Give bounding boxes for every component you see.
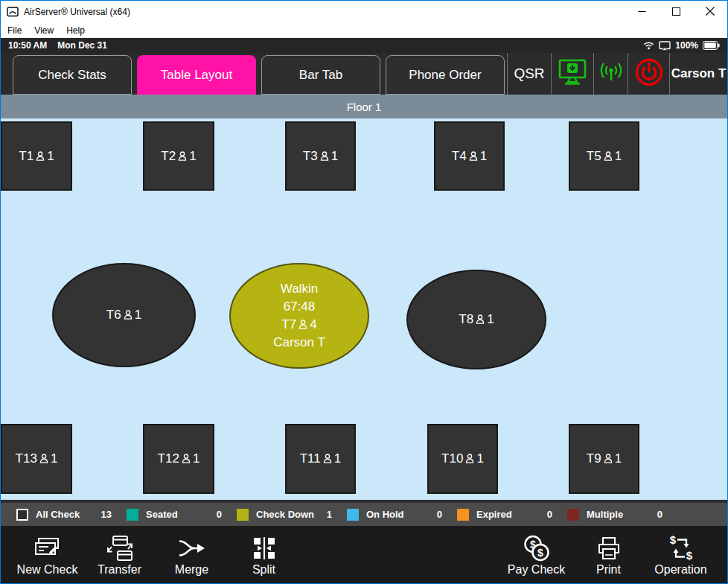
print-button[interactable]: Print	[572, 534, 645, 577]
window-controls	[625, 1, 727, 22]
menu-item-file[interactable]: File	[7, 25, 22, 36]
legend-item-seated: Seated 0	[127, 509, 237, 521]
transfer-button[interactable]: Transfer	[83, 534, 156, 577]
table-id: T10	[441, 450, 463, 468]
table-id: T11	[300, 450, 321, 468]
table-id-line: T74	[281, 316, 316, 334]
table-id-line: T111	[300, 450, 342, 468]
new-check-button[interactable]: New Check	[11, 534, 83, 577]
menu-item-help[interactable]: Help	[66, 25, 85, 36]
floor-selector-bar[interactable]: Floor 1	[1, 95, 727, 118]
toolbar-button-label: New Check	[17, 563, 78, 577]
table-id-line: T51	[587, 147, 622, 165]
toolbar-button-label: Split	[252, 563, 275, 577]
screen-share-button[interactable]	[552, 53, 593, 95]
table-id: T8	[459, 311, 473, 328]
merge-button[interactable]: Merge	[156, 534, 228, 577]
pay-check-button[interactable]: $$ Pay Check	[500, 534, 572, 577]
device-status-bar: 10:50 AM Mon Dec 31 100%	[1, 38, 727, 53]
table-id: T3	[303, 147, 318, 165]
guest-count: 1	[47, 147, 54, 165]
menu-item-view[interactable]: View	[34, 25, 54, 36]
table-t11[interactable]: T111	[285, 424, 356, 494]
operation-button[interactable]: $$ Operation	[645, 534, 717, 577]
tab-phone-order[interactable]: Phone Order	[386, 55, 505, 95]
table-id-line: T131	[16, 450, 58, 468]
legend-count: 0	[547, 509, 552, 520]
table-id: T13	[16, 450, 37, 468]
table-t3[interactable]: T31	[285, 121, 356, 191]
legend-item-expired: Expired 0	[457, 509, 567, 521]
tab-label: Phone Order	[409, 68, 481, 83]
legend-item-check-down: Check Down 1	[237, 509, 347, 521]
table-id-line: T91	[587, 450, 622, 468]
merge-icon	[178, 534, 206, 562]
close-button[interactable]	[693, 1, 727, 22]
person-icon	[475, 314, 485, 325]
minimize-button[interactable]	[625, 1, 659, 22]
title-bar: AirServer® Universal (x64)	[1, 1, 727, 22]
legend-label: On Hold	[366, 509, 404, 520]
split-button[interactable]: Split	[228, 534, 300, 577]
guest-count: 1	[487, 311, 494, 328]
table-t8[interactable]: T81	[406, 270, 546, 369]
table-id: T5	[587, 147, 601, 165]
table-t6[interactable]: T61	[52, 263, 196, 367]
legend-count: 0	[437, 509, 442, 520]
guest-count: 1	[51, 450, 57, 468]
tab-bar-tab[interactable]: Bar Tab	[261, 55, 380, 95]
legend-swatch	[127, 509, 138, 521]
tab-strip: Check StatsTable LayoutBar TabPhone Orde…	[1, 53, 727, 95]
battery-percent: 100%	[675, 40, 698, 51]
table-id: T6	[106, 306, 121, 324]
guest-count: 1	[615, 147, 622, 165]
battery-icon	[703, 41, 720, 50]
table-t2[interactable]: T21	[143, 121, 214, 191]
legend-swatch	[567, 509, 579, 521]
tab-check-stats[interactable]: Check Stats	[13, 55, 132, 95]
power-button[interactable]	[628, 53, 669, 95]
toolbar-button-label: Merge	[175, 563, 208, 577]
table-info-line: 67:48	[284, 298, 316, 316]
table-t4[interactable]: T41	[434, 121, 505, 191]
guest-count: 1	[331, 147, 338, 165]
legend-label: Check Down	[256, 509, 314, 520]
close-icon	[706, 5, 715, 19]
power-icon	[633, 57, 665, 91]
legend-swatch	[347, 509, 359, 521]
maximize-button[interactable]	[659, 1, 693, 22]
table-id: T9	[587, 450, 601, 468]
table-t1[interactable]: T11	[1, 121, 72, 191]
legend-swatch	[16, 509, 28, 521]
guest-count: 1	[615, 450, 622, 468]
table-t5[interactable]: T51	[569, 121, 639, 191]
user-name: Carson T	[671, 66, 727, 81]
bottom-toolbar: New Check Transfer Merge Split $$ Pay Ch…	[1, 526, 727, 584]
table-t7[interactable]: Walkin67:48T74Carson T	[229, 263, 369, 369]
table-t9[interactable]: T91	[569, 424, 639, 494]
table-info-line: Walkin	[281, 280, 318, 298]
table-id-line: T21	[161, 147, 196, 165]
legend-item-all-check: All Check 13	[16, 509, 127, 521]
legend-count: 0	[657, 509, 662, 520]
tab-table-layout[interactable]: Table Layout	[137, 55, 256, 95]
table-t13[interactable]: T131	[1, 424, 72, 494]
qsr-label: QSR	[514, 66, 544, 82]
table-id-line: T121	[158, 450, 200, 468]
wireless-button[interactable]	[594, 53, 628, 95]
legend-count: 1	[327, 509, 332, 520]
pay-check-icon: $$	[521, 534, 552, 562]
qsr-button[interactable]: QSR	[508, 53, 551, 95]
user-button[interactable]: Carson T	[670, 53, 727, 95]
legend-bar: All Check 13 Seated 0 Check Down 1 On Ho…	[1, 500, 727, 526]
person-icon	[35, 150, 45, 162]
toolbar-button-label: Pay Check	[508, 563, 565, 577]
table-t12[interactable]: T121	[143, 424, 214, 494]
table-id-line: T31	[303, 147, 338, 165]
table-t10[interactable]: T101	[427, 424, 498, 494]
legend-count: 0	[217, 509, 222, 520]
screen-share-icon	[558, 59, 587, 89]
split-icon	[252, 534, 277, 562]
legend-label: Multiple	[587, 509, 623, 520]
guest-count: 1	[135, 306, 141, 324]
